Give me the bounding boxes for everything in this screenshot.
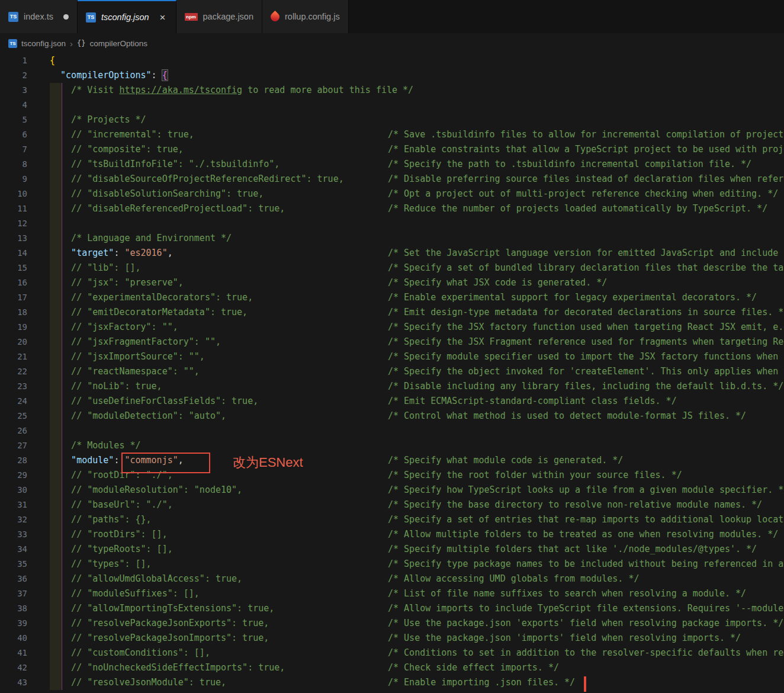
tab-label: tsconfig.json [101, 12, 149, 22]
code-line[interactable]: 24 // "useDefineForClassFields": true,/*… [0, 394, 784, 409]
inline-comment: /* Specify module specifier used to impo… [388, 349, 784, 364]
inline-comment: /* Specify what JSX code is generated. *… [388, 275, 607, 290]
line-number: 27 [0, 438, 27, 453]
inline-comment: /* Specify a set of bundled library decl… [388, 261, 784, 275]
tab-package-json[interactable]: npm package.json [176, 0, 262, 33]
inline-comment: /* Specify type package names to be incl… [388, 557, 784, 572]
code-line[interactable]: 22 // "reactNamespace": "",/* Specify th… [0, 364, 784, 379]
code-text: /* Visit https://aka.ms/tsconfig to read… [50, 83, 413, 98]
code-line[interactable]: 21 // "jsxImportSource": "",/* Specify m… [0, 349, 784, 364]
code-text: // "allowImportingTsExtensions": true, [50, 601, 274, 616]
code-line[interactable]: 19 // "jsxFactory": "",/* Specify the JS… [0, 320, 784, 335]
inline-comment: /* Disable including any library files, … [388, 379, 783, 394]
code-line[interactable]: 4 [0, 98, 784, 113]
code-line[interactable]: 8 // "tsBuildInfoFile": "./.tsbuildinfo"… [0, 157, 784, 172]
code-line[interactable]: 29 // "rootDir": "./",/* Specify the roo… [0, 468, 784, 483]
code-line[interactable]: 6 // "incremental": true,/* Save .tsbuil… [0, 127, 784, 142]
code-line[interactable]: 37 // "moduleSuffixes": [],/* List of fi… [0, 586, 784, 601]
code-line[interactable]: 30 // "moduleResolution": "node10",/* Sp… [0, 483, 784, 498]
code-line[interactable]: 41 // "customConditions": [],/* Conditio… [0, 646, 784, 660]
code-editor[interactable]: 1{2 "compilerOptions": {3 /* Visit https… [0, 53, 784, 693]
line-number: 23 [0, 379, 27, 394]
code-text: "compilerOptions": { [50, 68, 168, 83]
inline-comment: /* Allow accessing UMD globals from modu… [388, 572, 639, 586]
code-line[interactable]: 39 // "resolvePackageJsonExports": true,… [0, 616, 784, 631]
tab-tsconfig-json[interactable]: TS tsconfig.json × [78, 0, 176, 33]
code-line[interactable]: 26 [0, 424, 784, 438]
code-text: // "paths": {}, [50, 512, 152, 527]
code-line[interactable]: 1{ [0, 53, 784, 68]
code-line[interactable]: 36 // "allowUmdGlobalAccess": true,/* Al… [0, 572, 784, 586]
code-line[interactable]: 34 // "typeRoots": [],/* Specify multipl… [0, 542, 784, 557]
code-text: // "typeRoots": [], [50, 542, 173, 557]
inline-comment: /* Specify the path to .tsbuildinfo incr… [388, 157, 751, 172]
line-number: 25 [0, 409, 27, 424]
code-line[interactable]: 11 // "disableReferencedProjectLoad": tr… [0, 201, 784, 216]
code-line[interactable]: 38 // "allowImportingTsExtensions": true… [0, 601, 784, 616]
line-number: 29 [0, 468, 27, 483]
code-line[interactable]: 18 // "emitDecoratorMetadata": true,/* E… [0, 305, 784, 320]
line-number: 34 [0, 542, 27, 557]
code-line[interactable]: 15 // "lib": [],/* Specify a set of bund… [0, 261, 784, 275]
line-number: 19 [0, 320, 27, 335]
code-line[interactable]: 31 // "baseUrl": "./",/* Specify the bas… [0, 498, 784, 512]
line-number: 3 [0, 83, 27, 98]
code-text: // "noLib": true, [50, 379, 162, 394]
line-number: 32 [0, 512, 27, 527]
code-text: // "moduleResolution": "node10", [50, 483, 242, 498]
code-text: "target": "es2016", [50, 246, 173, 261]
modified-indicator-icon[interactable] [63, 14, 69, 20]
code-text: // "resolveJsonModule": true, [50, 675, 226, 690]
code-line[interactable]: 5 /* Projects */ [0, 113, 784, 127]
line-number: 17 [0, 290, 27, 305]
code-line[interactable]: 33 // "rootDirs": [],/* Allow multiple f… [0, 527, 784, 542]
code-line[interactable]: 10 // "disableSolutionSearching": true,/… [0, 187, 784, 201]
line-number: 38 [0, 601, 27, 616]
code-line[interactable]: 9 // "disableSourceOfProjectReferenceRed… [0, 172, 784, 187]
code-line[interactable]: 35 // "types": [],/* Specify type packag… [0, 557, 784, 572]
code-line[interactable]: 25 // "moduleDetection": "auto",/* Contr… [0, 409, 784, 424]
line-number: 12 [0, 216, 27, 231]
line-number: 43 [0, 675, 27, 690]
line-number: 42 [0, 660, 27, 675]
line-number: 31 [0, 498, 27, 512]
code-line[interactable]: 42 // "noUncheckedSideEffectImports": tr… [0, 660, 784, 675]
inline-comment: /* Specify multiple folders that act lik… [388, 542, 757, 557]
code-line[interactable]: 40 // "resolvePackageJsonImports": true,… [0, 631, 784, 646]
code-line[interactable]: 12 [0, 216, 784, 231]
breadcrumb: TS tsconfig.json › {} compilerOptions [0, 33, 784, 53]
code-line[interactable]: 43 // "resolveJsonModule": true,/* Enabl… [0, 675, 784, 690]
code-line[interactable]: 2 "compilerOptions": { [0, 68, 784, 83]
code-text: // "experimentalDecorators": true, [50, 290, 253, 305]
inline-comment: /* Use the package.json 'exports' field … [388, 616, 783, 631]
code-line[interactable]: 32 // "paths": {},/* Specify a set of en… [0, 512, 784, 527]
code-text: /* Modules */ [50, 438, 141, 453]
chevron-right-icon: › [70, 38, 73, 49]
typescript-icon: TS [8, 39, 17, 48]
code-line[interactable]: 20 // "jsxFragmentFactory": "",/* Specif… [0, 335, 784, 349]
code-line[interactable]: 7 // "composite": true,/* Enable constra… [0, 142, 784, 157]
code-line[interactable]: 14 "target": "es2016",/* Set the JavaScr… [0, 246, 784, 261]
inline-comment: /* Specify the root folder within your s… [388, 468, 682, 483]
line-number: 15 [0, 261, 27, 275]
code-text: // "disableSolutionSearching": true, [50, 187, 264, 201]
code-line[interactable]: 23 // "noLib": true,/* Disable including… [0, 379, 784, 394]
inline-comment: /* Allow imports to include TypeScript f… [388, 601, 784, 616]
code-line[interactable]: 27 /* Modules */ [0, 438, 784, 453]
code-line[interactable]: 3 /* Visit https://aka.ms/tsconfig to re… [0, 83, 784, 98]
line-number: 21 [0, 349, 27, 364]
inline-comment: /* Emit ECMAScript-standard-compliant cl… [388, 394, 677, 409]
code-line[interactable]: 16 // "jsx": "preserve",/* Specify what … [0, 275, 784, 290]
code-line[interactable]: 28 "module": "commonjs",/* Specify what … [0, 453, 784, 468]
code-text: // "allowUmdGlobalAccess": true, [50, 572, 242, 586]
tab-bar: TS index.ts TS tsconfig.json × npm packa… [0, 0, 784, 33]
breadcrumb-section[interactable]: compilerOptions [90, 39, 148, 48]
code-line[interactable]: 17 // "experimentalDecorators": true,/* … [0, 290, 784, 305]
code-line[interactable]: 13 /* Language and Environment */ [0, 231, 784, 246]
tab-rollup-config-js[interactable]: rollup.config.js [262, 0, 349, 33]
tab-index-ts[interactable]: TS index.ts [0, 0, 78, 33]
code-text: // "jsxFragmentFactory": "", [50, 335, 221, 349]
close-icon[interactable]: × [158, 12, 168, 23]
code-text: // "tsBuildInfoFile": "./.tsbuildinfo", [50, 157, 279, 172]
breadcrumb-file[interactable]: tsconfig.json [21, 39, 66, 48]
